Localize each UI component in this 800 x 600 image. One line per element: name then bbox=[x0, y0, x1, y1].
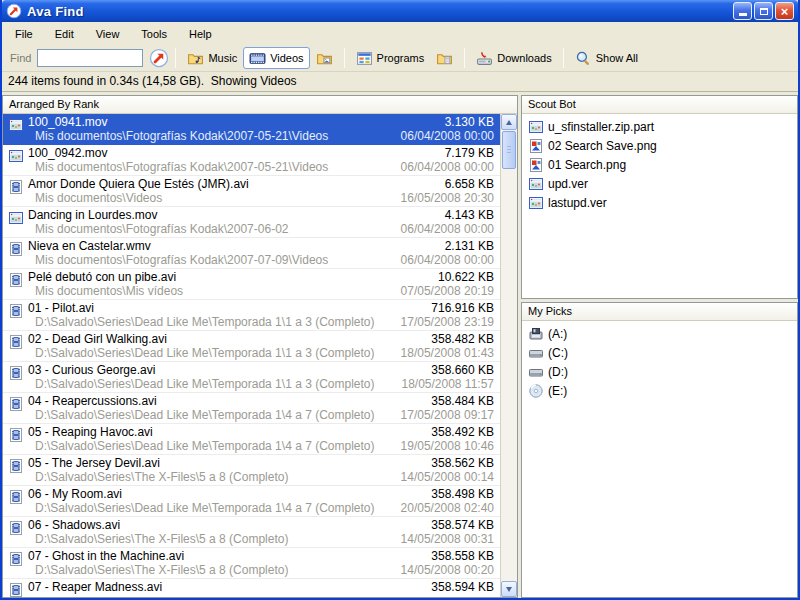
list-item[interactable]: lastupd.ver bbox=[522, 193, 797, 212]
film-icon bbox=[8, 396, 24, 412]
toolbar-button-label: Downloads bbox=[497, 52, 551, 64]
menu-item[interactable]: View bbox=[85, 24, 131, 44]
file-row[interactable]: Pelé debutó con un pibe.avi 10.622 KB Mi… bbox=[3, 269, 500, 300]
file-name: 06 - My Room.avi bbox=[28, 487, 122, 501]
file-date: 20/05/2008 02:40 bbox=[401, 501, 494, 515]
minimize-button[interactable] bbox=[733, 2, 752, 20]
app-logo-icon bbox=[6, 3, 22, 19]
my-picks-list: (A:) (C:) (D:) (E:) bbox=[522, 321, 797, 597]
file-row[interactable]: 04 - Reapercussions.avi 358.484 KB D:\Sa… bbox=[3, 393, 500, 424]
list-item-label: (A:) bbox=[548, 327, 567, 341]
media-icon bbox=[8, 210, 24, 226]
side-panels: Scout Bot u_sfinstaller.zip.part 02 Sear… bbox=[521, 95, 798, 598]
find-input[interactable] bbox=[37, 49, 143, 67]
file-size: 716.916 KB bbox=[431, 301, 494, 315]
file-path: D:\Salvado\Series\Dead Like Me\Temporada… bbox=[35, 346, 375, 360]
arrow-up-icon bbox=[506, 120, 512, 125]
file-row[interactable]: 06 - My Room.avi 358.498 KB D:\Salvado\S… bbox=[3, 486, 500, 517]
list-item[interactable]: (E:) bbox=[522, 381, 797, 400]
file-name: Nieva en Castelar.wmv bbox=[28, 239, 151, 253]
film-icon bbox=[8, 241, 24, 257]
menu-item[interactable]: Help bbox=[178, 24, 223, 44]
film-icon bbox=[8, 458, 24, 474]
results-panel: Arranged By Rank 100_0941.mov 3.130 KB M… bbox=[2, 95, 518, 598]
file-row[interactable]: Amor Donde Quiera Que Estés (JMR).avi 6.… bbox=[3, 176, 500, 207]
file-row[interactable]: 06 - Shadows.avi 358.574 KB D:\Salvado\S… bbox=[3, 517, 500, 548]
film-icon bbox=[8, 365, 24, 381]
toolbar-button-programs[interactable]: Programs bbox=[350, 47, 431, 69]
vertical-scrollbar[interactable] bbox=[500, 114, 517, 597]
toolbar-separator bbox=[175, 48, 176, 68]
toolbar-button-show-all[interactable]: Show All bbox=[569, 47, 644, 69]
list-item[interactable]: (C:) bbox=[522, 343, 797, 362]
scrollbar-thumb[interactable] bbox=[502, 131, 516, 169]
title-bar: Ava Find × bbox=[2, 0, 798, 22]
list-item[interactable]: 01 Search.png bbox=[522, 155, 797, 174]
file-date: 06/04/2008 00:00 bbox=[401, 160, 494, 174]
file-row[interactable]: 05 - Reaping Havoc.avi 358.492 KB D:\Sal… bbox=[3, 424, 500, 455]
cd-icon bbox=[528, 383, 544, 399]
film-icon bbox=[8, 303, 24, 319]
file-name: Amor Donde Quiera Que Estés (JMR).avi bbox=[28, 177, 249, 191]
image-icon bbox=[528, 138, 544, 154]
ava-arrow-icon bbox=[149, 48, 169, 68]
restore-button[interactable] bbox=[754, 2, 773, 20]
file-row[interactable]: 07 - Ghost in the Machine.avi 358.558 KB… bbox=[3, 548, 500, 579]
file-row[interactable]: 100_0942.mov 7.179 KB Mis documentos\Fot… bbox=[3, 145, 500, 176]
file-date: 14/05/2008 00:14 bbox=[401, 470, 494, 484]
file-name: 05 - The Jersey Devil.avi bbox=[28, 456, 160, 470]
toolbar-button-label: Videos bbox=[270, 52, 303, 64]
main-area: Arranged By Rank 100_0941.mov 3.130 KB M… bbox=[2, 92, 798, 598]
download-icon bbox=[476, 50, 493, 67]
file-date: 18/05/2008 11:57 bbox=[401, 377, 494, 391]
scrollbar-track[interactable] bbox=[501, 170, 517, 581]
arranged-by-header[interactable]: Arranged By Rank bbox=[3, 96, 517, 114]
minimize-icon bbox=[739, 13, 747, 16]
list-item[interactable]: (A:) bbox=[522, 324, 797, 343]
toolbar-button-music[interactable]: Music bbox=[181, 47, 243, 69]
toolbar-button-videos[interactable]: Videos bbox=[243, 47, 309, 69]
file-row[interactable]: Dancing in Lourdes.mov 4.143 KB Mis docu… bbox=[3, 207, 500, 238]
hdd-icon bbox=[528, 364, 544, 380]
scout-bot-header: Scout Bot bbox=[522, 96, 797, 114]
file-path: D:\Salvado\Series\The X-Files\5 a 8 (Com… bbox=[35, 470, 288, 484]
file-size: 358.558 KB bbox=[431, 549, 494, 563]
toolbar-separator bbox=[563, 48, 564, 68]
file-path: Mis documentos\Fotografías Kodak\2007-07… bbox=[35, 253, 328, 267]
list-item[interactable]: 02 Search Save.png bbox=[522, 136, 797, 155]
restore-icon bbox=[760, 8, 768, 15]
file-date: 14/05/2008 00:31 bbox=[401, 532, 494, 546]
search-go-button[interactable] bbox=[148, 47, 170, 69]
toolbar-button-folder-doc[interactable] bbox=[430, 47, 459, 69]
menu-item[interactable]: File bbox=[4, 24, 44, 44]
file-row[interactable]: 01 - Pilot.avi 716.916 KB D:\Salvado\Ser… bbox=[3, 300, 500, 331]
film-icon bbox=[8, 520, 24, 536]
scroll-down-button[interactable] bbox=[501, 581, 517, 597]
menu-item[interactable]: Tools bbox=[130, 24, 178, 44]
file-row[interactable]: 100_0941.mov 3.130 KB Mis documentos\Fot… bbox=[3, 114, 500, 145]
list-item-label: upd.ver bbox=[548, 177, 588, 191]
list-item[interactable]: u_sfinstaller.zip.part bbox=[522, 117, 797, 136]
film-icon bbox=[8, 582, 24, 597]
my-picks-header: My Picks bbox=[522, 303, 797, 321]
file-row[interactable]: 07 - Reaper Madness.avi 358.594 KB bbox=[3, 579, 500, 597]
file-row[interactable]: 03 - Curious George.avi 358.660 KB D:\Sa… bbox=[3, 362, 500, 393]
toolbar-button-folder-image[interactable] bbox=[310, 47, 339, 69]
list-item-label: (D:) bbox=[548, 365, 568, 379]
list-item[interactable]: upd.ver bbox=[522, 174, 797, 193]
file-row[interactable]: 05 - The Jersey Devil.avi 358.562 KB D:\… bbox=[3, 455, 500, 486]
file-size: 358.574 KB bbox=[431, 518, 494, 532]
toolbar: Find Music Videos Programs Downloads Sho… bbox=[2, 45, 798, 72]
close-button[interactable]: × bbox=[775, 2, 794, 20]
file-row[interactable]: 02 - Dead Girl Walking.avi 358.482 KB D:… bbox=[3, 331, 500, 362]
file-row[interactable]: Nieva en Castelar.wmv 2.131 KB Mis docum… bbox=[3, 238, 500, 269]
toolbar-button-downloads[interactable]: Downloads bbox=[470, 47, 557, 69]
file-name: 100_0941.mov bbox=[28, 115, 107, 129]
file-date: 14/05/2008 00:20 bbox=[401, 563, 494, 577]
menu-item[interactable]: Edit bbox=[44, 24, 85, 44]
list-item[interactable]: (D:) bbox=[522, 362, 797, 381]
file-date: 17/05/2008 09:17 bbox=[401, 408, 494, 422]
scroll-up-button[interactable] bbox=[501, 114, 517, 130]
menu-bar: File Edit View Tools Help bbox=[2, 22, 798, 45]
file-size: 358.562 KB bbox=[431, 456, 494, 470]
